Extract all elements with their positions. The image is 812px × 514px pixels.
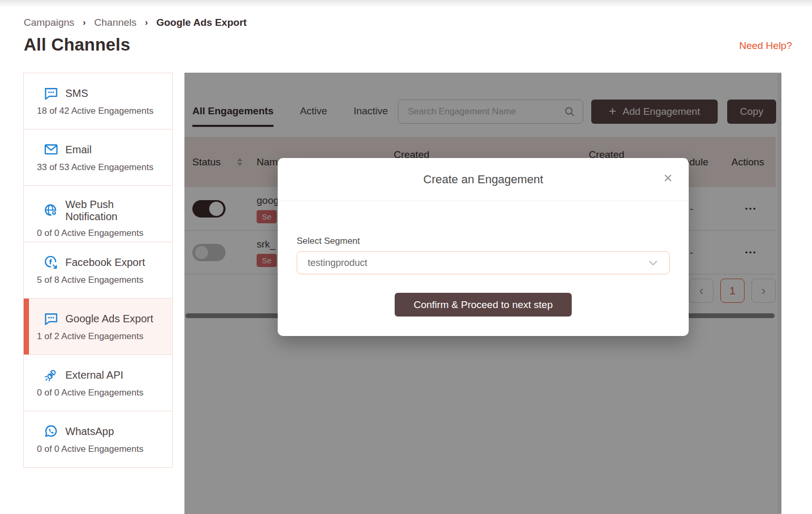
sidebar-item-label: Facebook Export	[65, 256, 145, 269]
sidebar-item-count: 5 of 8 Active Engagements	[37, 275, 166, 285]
sidebar-item-count: 0 of 0 Active Engagements	[37, 444, 166, 454]
sidebar-item-label: External API	[65, 369, 123, 381]
sidebar-item-whatsapp[interactable]: WhatsApp 0 of 0 Active Engagements	[23, 411, 173, 468]
chevron-down-icon	[649, 257, 658, 265]
select-segment-label: Select Segment	[297, 236, 360, 246]
top-shadow	[0, 0, 812, 7]
plug-icon	[44, 368, 58, 382]
chat-bubble-icon	[44, 311, 58, 326]
sidebar-item-count: 33 of 53 Active Engagements	[37, 162, 166, 173]
chevron-right-icon: ›	[145, 17, 148, 28]
chat-bubble-icon	[44, 86, 58, 101]
close-icon[interactable]: ✕	[663, 173, 673, 184]
facebook-icon: f	[44, 255, 58, 270]
segment-selected-value: testingproduct	[308, 258, 650, 269]
sidebar-item-sms[interactable]: SMS 18 of 42 Active Engagements	[23, 73, 173, 130]
envelope-icon	[44, 142, 58, 157]
sidebar-item-count: 18 of 42 Active Engagements	[37, 106, 166, 116]
modal-title: Create an Engagement	[423, 173, 543, 186]
sidebar-item-label: Email	[65, 144, 92, 156]
breadcrumb: Campaigns › Channels › Google Ads Export	[24, 17, 247, 28]
confirm-proceed-button[interactable]: Confirm & Proceed to next step	[395, 293, 572, 317]
sidebar-item-email[interactable]: Email 33 of 53 Active Engagements	[23, 129, 173, 186]
sidebar-item-external-api[interactable]: External API 0 of 0 Active Engagements	[23, 354, 173, 411]
sidebar-item-label: Web Push Notification	[65, 199, 166, 223]
sidebar-item-count: 0 of 0 Active Engagements	[37, 228, 166, 239]
page-title: All Channels	[24, 35, 130, 55]
web-push-icon	[44, 203, 58, 218]
segment-select[interactable]: testingproduct	[297, 251, 670, 274]
svg-text:f: f	[49, 258, 52, 266]
sidebar-item-facebook-export[interactable]: f Facebook Export 5 of 8 Active Engageme…	[23, 242, 173, 299]
channels-sidebar: SMS 18 of 42 Active Engagements Email 33…	[23, 73, 173, 468]
modal-header: Create an Engagement ✕	[278, 158, 689, 201]
breadcrumb-campaigns[interactable]: Campaigns	[24, 17, 74, 28]
sidebar-item-label: SMS	[65, 87, 88, 100]
sidebar-item-count: 0 of 0 Active Engagements	[37, 388, 166, 398]
create-engagement-modal: Create an Engagement ✕ Select Segment te…	[278, 158, 689, 336]
need-help-link[interactable]: Need Help?	[739, 40, 792, 52]
whatsapp-icon	[44, 424, 58, 439]
vertical-scrollbar[interactable]	[777, 74, 781, 513]
sidebar-item-label: WhatsApp	[65, 426, 114, 438]
chevron-right-icon: ›	[83, 17, 86, 28]
sidebar-item-web-push[interactable]: Web Push Notification 0 of 0 Active Enga…	[23, 185, 173, 242]
sidebar-item-label: Google Ads Export	[65, 313, 153, 325]
sidebar-item-google-ads-export[interactable]: Google Ads Export 1 of 2 Active Engageme…	[23, 298, 173, 355]
breadcrumb-current: Google Ads Export	[156, 17, 247, 28]
sidebar-item-count: 1 of 2 Active Engagements	[37, 331, 166, 342]
breadcrumb-channels[interactable]: Channels	[94, 17, 136, 28]
